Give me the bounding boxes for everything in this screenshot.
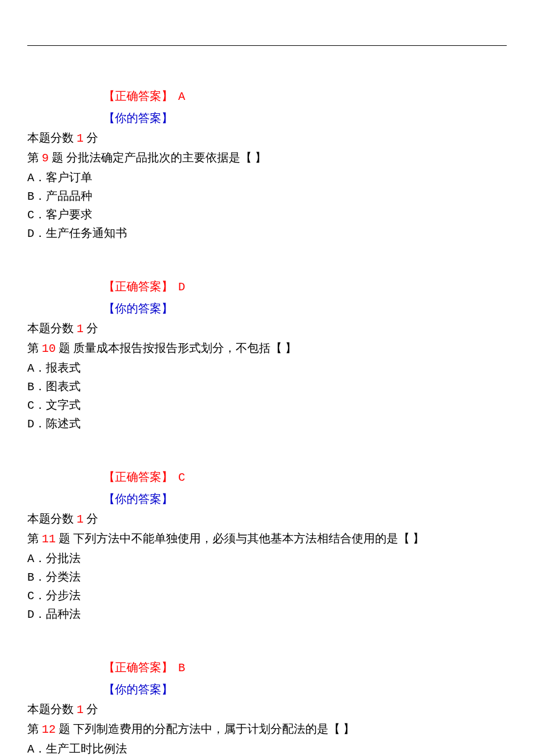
correct-answer-label: 【正确答案】: [103, 89, 173, 102]
option-d: D．陈述式: [27, 415, 507, 433]
option-b: B．分类法: [27, 568, 507, 586]
answer-block: 【正确答案】 C 【你的答案】 本题分数 1 分 第 11 题 下列方法中不能单…: [27, 468, 507, 624]
correct-answer-label: 【正确答案】: [103, 661, 173, 674]
answer-block: 【正确答案】 D 【你的答案】 本题分数 1 分 第 10 题 质量成本报告按报…: [27, 278, 507, 433]
question-number: 11: [42, 532, 56, 546]
q-suffix: 题: [59, 722, 70, 735]
score-line: 本题分数 1 分: [27, 129, 507, 147]
correct-answer-line: 【正确答案】 D: [103, 278, 507, 296]
option-a: A．客户订单: [27, 168, 507, 187]
score-line: 本题分数 1 分: [27, 319, 507, 338]
question-stem: 第 11 题 下列方法中不能单独使用，必须与其他基本方法相结合使用的是【 】: [27, 530, 507, 548]
score-suffix: 分: [86, 703, 98, 715]
q-prefix: 第: [27, 341, 39, 354]
correct-answer-value: A: [178, 90, 185, 103]
option-a: A．报表式: [27, 359, 507, 377]
your-answer-label: 【你的答案】: [103, 300, 507, 317]
question-text: 下列制造费用的分配方法中，属于计划分配法的是【 】: [73, 722, 355, 735]
top-horizontal-rule: [27, 45, 507, 46]
q-prefix: 第: [27, 151, 39, 164]
options-list: A．报表式 B．图表式 C．文字式 D．陈述式: [27, 359, 507, 433]
score-line: 本题分数 1 分: [27, 510, 507, 528]
q-suffix: 题: [59, 341, 70, 354]
correct-answer-label: 【正确答案】: [103, 470, 173, 483]
correct-answer-line: 【正确答案】 B: [103, 658, 507, 677]
option-d: D．生产任务通知书: [27, 224, 507, 243]
option-a: A．分批法: [27, 549, 507, 568]
score-value: 1: [77, 132, 84, 145]
correct-answer-label: 【正确答案】: [103, 280, 173, 293]
correct-answer-line: 【正确答案】 C: [103, 468, 507, 487]
q-suffix: 题: [52, 151, 63, 164]
option-d: D．品种法: [27, 605, 507, 624]
q-suffix: 题: [59, 532, 70, 545]
score-line: 本题分数 1 分: [27, 700, 507, 719]
score-prefix: 本题分数: [27, 131, 74, 144]
question-number: 12: [42, 723, 56, 736]
question-text: 分批法确定产品批次的主要依据是【 】: [66, 151, 266, 164]
option-b: B．产品品种: [27, 187, 507, 206]
question-stem: 第 10 题 质量成本报告按报告形式划分，不包括【 】: [27, 339, 507, 358]
correct-answer-line: 【正确答案】 A: [103, 87, 507, 106]
correct-answer-value: D: [178, 280, 185, 294]
correct-answer-value: C: [178, 471, 185, 484]
your-answer-label: 【你的答案】: [103, 109, 507, 127]
score-prefix: 本题分数: [27, 512, 74, 525]
answer-block: 【正确答案】 A 【你的答案】 本题分数 1 分 第 9 题 分批法确定产品批次…: [27, 87, 507, 243]
score-value: 1: [77, 322, 84, 336]
options-list: A．生产工时比例法 B．机器工时比例法 C．年度计划分配率法 D．生产工时比例法: [27, 740, 507, 756]
option-c: C．客户要求: [27, 206, 507, 224]
page-content: 【正确答案】 A 【你的答案】 本题分数 1 分 第 9 题 分批法确定产品批次…: [0, 0, 534, 756]
score-value: 1: [77, 513, 84, 526]
option-b: B．图表式: [27, 377, 507, 396]
answer-block: 【正确答案】 B 【你的答案】 本题分数 1 分 第 12 题 下列制造费用的分…: [27, 658, 507, 756]
your-answer-label: 【你的答案】: [103, 681, 507, 698]
option-c: C．分步法: [27, 586, 507, 605]
score-value: 1: [77, 703, 84, 717]
question-stem: 第 12 题 下列制造费用的分配方法中，属于计划分配法的是【 】: [27, 720, 507, 739]
option-c: C．文字式: [27, 396, 507, 415]
question-number: 10: [42, 342, 56, 355]
score-suffix: 分: [86, 131, 98, 144]
question-number: 9: [42, 152, 49, 165]
score-prefix: 本题分数: [27, 703, 74, 715]
q-prefix: 第: [27, 532, 39, 545]
question-text: 质量成本报告按报告形式划分，不包括【 】: [73, 341, 297, 354]
score-suffix: 分: [86, 322, 98, 334]
question-text: 下列方法中不能单独使用，必须与其他基本方法相结合使用的是【 】: [73, 532, 424, 545]
question-stem: 第 9 题 分批法确定产品批次的主要依据是【 】: [27, 149, 507, 167]
q-prefix: 第: [27, 722, 39, 735]
score-suffix: 分: [86, 512, 98, 525]
correct-answer-value: B: [178, 661, 185, 675]
options-list: A．客户订单 B．产品品种 C．客户要求 D．生产任务通知书: [27, 168, 507, 243]
your-answer-label: 【你的答案】: [103, 490, 507, 507]
score-prefix: 本题分数: [27, 322, 74, 334]
options-list: A．分批法 B．分类法 C．分步法 D．品种法: [27, 549, 507, 624]
option-a: A．生产工时比例法: [27, 740, 507, 756]
